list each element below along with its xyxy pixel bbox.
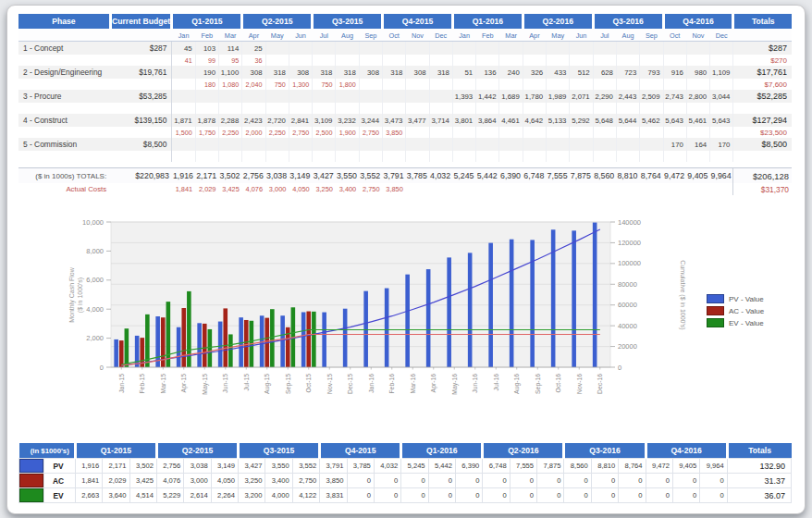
actual-cell (452, 103, 475, 114)
value-cell: 0 (510, 474, 536, 488)
actual-cell: 36 (242, 55, 265, 66)
totals-cell: 8,560 (593, 168, 616, 184)
actual-cell (476, 151, 499, 162)
value-cell: 4,122 (292, 488, 319, 503)
actual-costs-cell: 2,750 (359, 183, 382, 195)
blank-cell (733, 29, 792, 42)
planned-cell: 318 (429, 66, 452, 79)
bar-pv (301, 312, 306, 367)
actual-cell (710, 151, 733, 162)
phase-actual-total: $23,500 (733, 127, 792, 138)
blank-cell (110, 183, 172, 195)
x-tick-label: Dec-15 (347, 374, 353, 394)
planned-cell (523, 138, 546, 151)
blank-cell (110, 103, 172, 114)
actual-cell (663, 151, 686, 162)
planned-cell (313, 42, 336, 56)
month-header: Sep (640, 29, 663, 42)
actual-cell (383, 55, 406, 66)
phase-actual-row: 41999536$270 (18, 55, 792, 66)
value-cell: 5,442 (428, 459, 455, 474)
report-card: PhaseCurrent BudgetQ1-2015Q2-2015Q3-2015… (6, 5, 806, 514)
quarter-header: Q1-2015 (172, 14, 242, 29)
planned-cell (663, 42, 686, 56)
x-tick-label: Nov-16 (576, 374, 583, 394)
actual-cell (383, 79, 406, 90)
actual-cell (218, 151, 241, 162)
quarter-header: Q4-2016 (663, 14, 733, 29)
planned-cell (359, 42, 382, 56)
value-cell: 4,076 (156, 474, 183, 488)
actual-costs-cell (640, 183, 663, 195)
actual-cell (570, 79, 593, 90)
series-row-pv: PV1,9162,1713,5022,7563,0383,1493,4273,5… (19, 459, 792, 474)
phase-total: $8,500 (733, 138, 792, 151)
month-header: Dec (429, 29, 452, 42)
x-tick-label: Jan-16 (368, 374, 375, 393)
actual-costs-total: $31,370 (733, 183, 792, 195)
actual-cell (265, 151, 289, 162)
actual-cell: 750 (265, 79, 289, 90)
blank-cell (18, 55, 110, 66)
bar-pv (530, 240, 535, 367)
quarter-header: Q1-2016 (401, 443, 483, 459)
series-row-ac: AC1,8412,0293,4254,0763,0004,0503,2503,4… (19, 474, 792, 488)
planned-cell (289, 42, 312, 56)
bottom-header-row: (in $1000's)Q1-2015Q2-2015Q3-2015Q4-2015… (19, 443, 792, 459)
pv-ac-ev-table: (in $1000's)Q1-2015Q2-2015Q3-2015Q4-2015… (18, 443, 792, 503)
planned-cell: 170 (710, 138, 733, 151)
bar-pv (426, 269, 431, 367)
bar-pv (322, 313, 326, 367)
actual-cell: 1,750 (195, 127, 218, 138)
x-tick-label: Jun-15 (222, 374, 228, 393)
actual-cell (242, 103, 265, 114)
planned-cell: 318 (336, 66, 359, 79)
actual-cell (686, 151, 709, 162)
x-tick-label: May-16 (451, 374, 459, 395)
planned-cell (570, 42, 593, 56)
planned-cell (616, 138, 639, 151)
month-header-row: JanFebMarAprMayJunJulAugSepOctNovDecJanF… (18, 29, 792, 42)
planned-cell: 103 (195, 42, 218, 56)
value-cell: 8,764 (619, 459, 646, 474)
planned-cell: 190 (195, 66, 218, 79)
actual-costs-cell: 1,841 (172, 183, 195, 195)
x-tick-label: Mar-16 (410, 374, 416, 394)
blank-cell (110, 127, 172, 138)
planned-cell: 1,109 (710, 66, 733, 79)
right-tick-label: 100000 (618, 259, 641, 267)
phase-actual-total (733, 103, 792, 114)
grand-total: $206,128 (733, 168, 792, 184)
actual-cell (429, 55, 452, 66)
actual-cell: 2,500 (313, 127, 336, 138)
blank-cell (110, 151, 172, 162)
planned-cell: 240 (499, 66, 523, 79)
x-tick-label: Feb-15 (139, 374, 145, 394)
actual-costs-cell (570, 183, 593, 195)
totals-cell: 9,964 (710, 168, 733, 184)
totals-cell: 3,149 (289, 168, 312, 184)
planned-cell: 1,442 (476, 90, 499, 103)
actual-cell (547, 151, 570, 162)
planned-cell (452, 138, 475, 151)
planned-cell: 5,648 (593, 114, 616, 127)
totals-cell: 3,785 (406, 168, 429, 184)
planned-cell (406, 90, 429, 103)
actual-costs-cell: 3,850 (383, 183, 406, 195)
quarter-header: Q2-2016 (523, 14, 593, 29)
value-cell: 3,038 (184, 459, 211, 474)
planned-cell (640, 138, 663, 151)
month-header: Jun (570, 29, 593, 42)
actual-costs-cell (452, 183, 475, 195)
planned-cell: 308 (406, 66, 429, 79)
value-cell: 0 (700, 488, 727, 503)
planned-cell (383, 90, 406, 103)
planned-cell: 2,841 (289, 114, 312, 127)
planned-cell: 2,743 (663, 90, 686, 103)
actual-costs-cell: 4,050 (289, 183, 312, 195)
value-cell: 0 (455, 474, 482, 488)
planned-cell (265, 138, 289, 151)
planned-cell (593, 42, 616, 56)
chart-legend: PV - ValueAC - ValueEV - Value (707, 291, 764, 330)
actual-cell (686, 103, 709, 114)
